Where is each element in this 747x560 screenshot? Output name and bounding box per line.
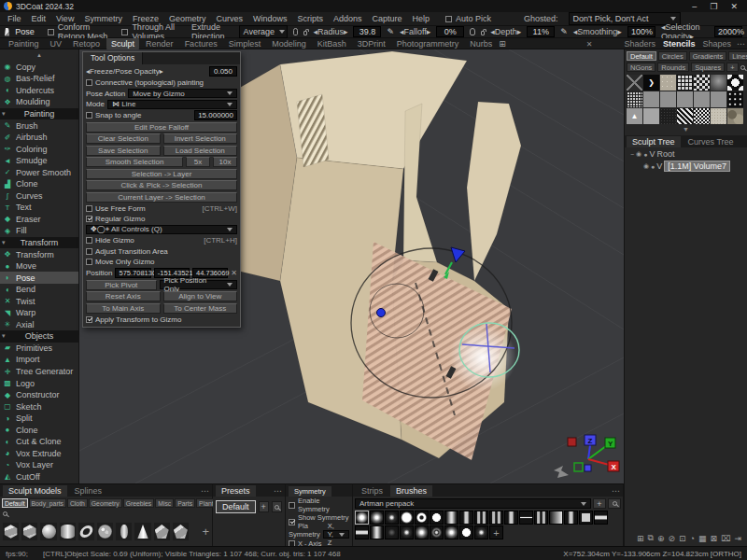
opacity-value[interactable]: 0.050 — [209, 66, 237, 77]
model-category-tab[interactable]: Geometry — [89, 498, 122, 508]
workspace-tab[interactable]: Sculpt — [106, 38, 139, 49]
stencil-thumb[interactable] — [660, 91, 676, 107]
position-x-field[interactable]: 575.708130 — [115, 268, 150, 278]
symmetry-tab[interactable]: Symmetry — [289, 486, 331, 497]
stencil-thumb[interactable] — [677, 75, 693, 91]
add-stencil-button[interactable]: + — [726, 63, 738, 72]
search-icon[interactable] — [740, 65, 745, 70]
stencil-thumb[interactable] — [677, 91, 693, 107]
smoothing-value[interactable]: 100% — [627, 26, 655, 37]
brush-thumb[interactable] — [444, 511, 458, 525]
pick-position-dropdown[interactable]: Pick Position Only — [160, 280, 238, 289]
pen-pressure-icon[interactable]: ✎ — [387, 27, 394, 36]
falloff-slider-label[interactable]: ◂Falloff▸ — [400, 27, 430, 36]
sidebar-tool[interactable]: ▟ Clone — [0, 178, 78, 190]
extrude-direction-dropdown[interactable]: Average — [239, 25, 288, 38]
workspace-tab[interactable]: Photogrammetry — [392, 38, 464, 49]
sidebar-tool[interactable]: ✐ Airbrush — [0, 132, 78, 144]
stencil-thumb[interactable] — [727, 91, 743, 107]
regular-gizmo-checkbox[interactable]: Regular Gizmo — [86, 215, 237, 224]
expander-icon[interactable]: − — [630, 151, 634, 158]
gizmo-controls-dropdown[interactable]: ✥◯⌖ All Controls (Q) — [86, 225, 237, 234]
sidebar-tool[interactable]: ✑ Coloring — [0, 143, 78, 155]
sidebar-tool[interactable]: ● Clone — [0, 425, 78, 437]
brush-thumb[interactable] — [415, 511, 429, 525]
menu-item[interactable]: File — [7, 14, 21, 23]
menu-item[interactable]: Scripts — [297, 14, 323, 23]
brush-thumb[interactable] — [579, 511, 593, 525]
to-main-axis-button[interactable]: To Main Axis — [86, 303, 161, 314]
sidebar-tool[interactable]: ▩ Logo — [0, 377, 78, 389]
search-preset-button[interactable] — [272, 501, 282, 512]
sidebar-tool[interactable]: ▾ Transform — [0, 237, 78, 249]
brush-thumb[interactable] — [430, 511, 444, 525]
move-only-gizmo-checkbox[interactable]: Move Only Gizmo — [86, 258, 237, 267]
sidebar-tool[interactable]: ✥ Transform — [0, 248, 78, 260]
bottom-panel-tab[interactable]: Brushes — [390, 485, 432, 497]
workspace-tab[interactable]: Retopo — [68, 38, 105, 49]
opacity-slider-label[interactable]: ◂Freeze/Pose Opacity▸ — [86, 67, 163, 76]
sidebar-tool[interactable]: ◉ Copy — [0, 62, 78, 74]
load-selection-button[interactable]: Load Selection — [163, 146, 238, 156]
stencil-category-tab[interactable]: Squares — [691, 63, 725, 72]
model-thumb[interactable] — [3, 523, 19, 540]
stencil-thumb[interactable] — [643, 91, 659, 107]
viewport-option-icon[interactable]: ⊡ — [679, 534, 686, 543]
sidebar-tool[interactable]: ◆ Constructor — [0, 389, 78, 401]
viewport-option-icon[interactable]: ⊘ — [668, 534, 675, 543]
preset-default-button[interactable]: Default — [216, 500, 256, 513]
model-thumb[interactable] — [60, 523, 76, 540]
sidebar-tool[interactable]: ʃ Curves — [0, 190, 78, 203]
snap-angle-checkbox[interactable]: Snap to angle 15.000000 — [86, 110, 237, 120]
stencil-thumb[interactable] — [711, 91, 726, 107]
stencil-thumb[interactable] — [694, 91, 710, 107]
snap-angle-value[interactable]: 15.000000 — [194, 110, 237, 120]
brush-thumb[interactable] — [519, 511, 533, 525]
sidebar-tool[interactable]: ▾ Objects — [0, 330, 78, 343]
brush-thumb[interactable] — [474, 511, 488, 525]
sidebar-tool[interactable]: ✳ Axial — [0, 319, 78, 331]
right-panel-tab[interactable]: Shapes — [702, 39, 731, 49]
sidebar-tool[interactable]: ▾ Painting — [0, 108, 78, 120]
panel-menu-icon[interactable]: ⋯ — [737, 39, 745, 49]
stencil-thumb[interactable] — [694, 108, 710, 124]
menu-item[interactable]: Addons — [333, 14, 362, 23]
sidebar-tool[interactable]: ◐ Cut & Clone — [0, 436, 78, 448]
sidebar-tool[interactable]: ✎ Brush — [0, 119, 78, 132]
close-panel-icon[interactable]: ✕ — [586, 40, 593, 49]
reset-axis-button[interactable]: Reset Axis — [86, 291, 161, 301]
axis-gizmo[interactable]: Z Y X — [554, 435, 619, 478]
sidebar-tool[interactable]: ◭ CutOff — [0, 471, 78, 483]
sidebar-tool[interactable]: T Text — [0, 202, 78, 214]
save-selection-button[interactable]: Save Selection — [86, 146, 161, 156]
workspace-tab[interactable]: Factures — [180, 38, 222, 49]
pose-action-dropdown[interactable]: Move by Gizmo — [128, 89, 237, 98]
stencil-category-tab[interactable]: Lines — [728, 51, 747, 61]
auto-pick-checkbox[interactable]: Auto Pick — [445, 14, 491, 23]
brush-thumb[interactable] — [564, 511, 578, 525]
volume-name[interactable]: [1.1M] Volume7 — [664, 161, 730, 172]
brush-thumb[interactable] — [385, 525, 399, 539]
stencil-thumb[interactable] — [677, 108, 693, 124]
model-category-tab[interactable]: Cloth — [67, 498, 88, 508]
model-thumb[interactable]: + — [191, 523, 209, 540]
viewport-option-icon[interactable]: ⊠ — [711, 534, 718, 543]
sidebar-tool[interactable]: ✛ Tree Generator — [0, 366, 78, 378]
sidebar-tool[interactable]: ◖ Undercuts — [0, 85, 78, 97]
model-category-tab[interactable]: Parts — [175, 498, 195, 508]
shader-sphere-icon[interactable]: ● — [651, 163, 655, 170]
align-to-view-button[interactable]: Align to View — [163, 291, 238, 301]
invert-selection-button[interactable]: Invert Selection — [163, 133, 238, 144]
viewport-option-icon[interactable]: ⧉ — [648, 533, 654, 543]
workspace-tab[interactable]: Nurbs — [465, 38, 497, 49]
minimize-button[interactable]: – — [692, 2, 697, 11]
viewport-option-icon[interactable]: ⊕ — [657, 534, 665, 543]
position-clear-icon[interactable]: ✕ — [231, 269, 237, 277]
sidebar-tool[interactable]: ◕ Vox Extrude — [0, 448, 78, 460]
right-panel-tab[interactable]: Stencils — [663, 39, 696, 49]
menu-item[interactable]: Help — [413, 14, 430, 23]
stencil-thumb[interactable]: ❯ — [643, 75, 659, 91]
tree-tab[interactable]: Sculpt Tree — [627, 136, 681, 147]
selection-opacity-value[interactable]: 2000% — [714, 26, 742, 37]
right-panel-tab[interactable]: Shaders — [624, 39, 655, 49]
